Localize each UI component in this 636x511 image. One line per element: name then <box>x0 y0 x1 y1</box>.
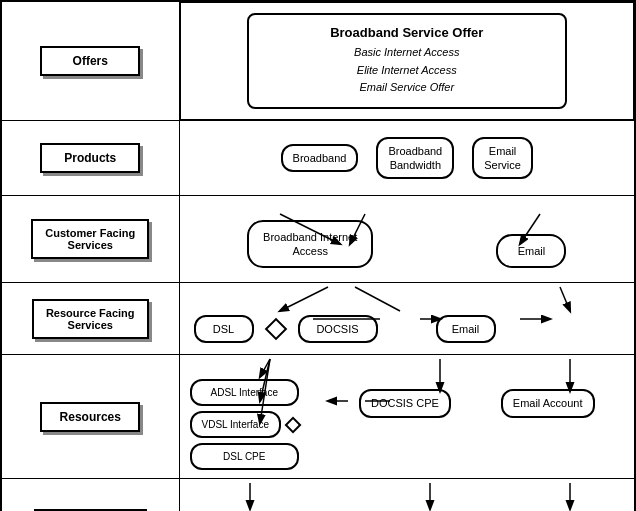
products-label: Products <box>40 143 140 173</box>
resources-label: Resources <box>40 402 140 432</box>
resources-label-cell: Resources <box>1 355 179 479</box>
product-email-service: EmailService <box>472 137 533 180</box>
offers-item-2: Elite Internet Access <box>269 62 545 80</box>
resources-content-cell: ADSL Interface VDSL Interface DSL CPE DO… <box>179 355 635 479</box>
offers-label-cell: Offers <box>1 1 179 120</box>
product-broadband: Broadband <box>281 144 359 172</box>
nt-content-cell: Access Node CPE Mgmt Sys Email Server <box>179 479 635 511</box>
svg-line-1 <box>350 214 365 244</box>
svg-line-4 <box>355 287 400 311</box>
offers-content: Broadband Service Offer Basic Internet A… <box>180 2 635 120</box>
offers-item-1: Basic Internet Access <box>269 44 545 62</box>
svg-line-7 <box>560 287 570 311</box>
svg-line-3 <box>280 287 328 311</box>
cfs-arrows-svg <box>180 196 637 266</box>
rfs-label: Resource FacingServices <box>32 299 149 339</box>
rfs-arrows-svg <box>180 283 637 355</box>
res-arrows-svg <box>180 355 637 445</box>
res-dsl-cpe: DSL CPE <box>190 443 299 470</box>
offers-label: Offers <box>40 46 140 76</box>
offers-subtitle: Basic Internet Access Elite Internet Acc… <box>269 44 545 97</box>
offers-item-3: Email Service Offer <box>269 79 545 97</box>
product-broadband-bandwidth: BroadbandBandwidth <box>376 137 454 180</box>
svg-line-2 <box>520 214 540 244</box>
rfs-label-cell: Resource FacingServices <box>1 283 179 355</box>
products-label-cell: Products <box>1 120 179 196</box>
offers-main-box: Broadband Service Offer Basic Internet A… <box>247 13 567 109</box>
products-content: Broadband BroadbandBandwidth EmailServic… <box>179 120 635 196</box>
nt-label-cell: Network Targets <box>1 479 179 511</box>
cfs-label-cell: Customer FacingServices <box>1 196 179 283</box>
cfs-content: Broadband InternetAccess Email <box>179 196 635 283</box>
nt-arrows-svg <box>180 479 637 511</box>
svg-line-0 <box>280 214 340 244</box>
offers-main-title: Broadband Service Offer <box>269 25 545 40</box>
rfs-content-cell: DSL DOCSIS Email <box>179 283 635 355</box>
cfs-label: Customer FacingServices <box>31 219 149 259</box>
